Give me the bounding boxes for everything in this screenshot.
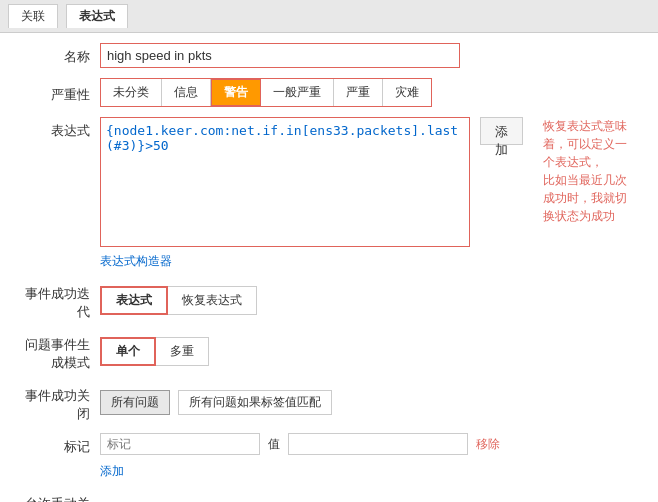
toggle-expression[interactable]: 表达式 <box>100 286 168 315</box>
event-success-label: 事件成功迭代 <box>20 280 100 321</box>
add-tag-link[interactable]: 添加 <box>100 464 124 478</box>
event-success-row: 事件成功迭代 表达式 恢复表达式 <box>20 280 638 321</box>
event-success-content: 表达式 恢复表达式 <box>100 286 638 315</box>
severity-high[interactable]: 严重 <box>334 79 383 106</box>
tag-label: 标记 <box>20 433 100 456</box>
name-input[interactable] <box>100 43 460 68</box>
toggle-recovery-expression[interactable]: 恢复表达式 <box>168 286 257 315</box>
severity-unclassified[interactable]: 未分类 <box>101 79 162 106</box>
severity-info[interactable]: 信息 <box>162 79 211 106</box>
tab-expression[interactable]: 表达式 <box>66 4 128 28</box>
event-close-row: 事件成功关闭 所有问题 所有问题如果标签值匹配 <box>20 382 638 423</box>
close-all-problems[interactable]: 所有问题 <box>100 390 170 415</box>
manual-close-row: 允许手动关闭 <box>20 490 638 502</box>
severity-disaster[interactable]: 灾难 <box>383 79 431 106</box>
tag-content: 值 移除 添加 <box>100 433 638 480</box>
severity-group: 未分类 信息 警告 一般严重 严重 灾难 <box>100 78 432 107</box>
name-content <box>100 43 638 68</box>
tag-input-row: 值 移除 <box>100 433 638 455</box>
name-label: 名称 <box>20 43 100 66</box>
problem-mode-row: 问题事件生成模式 单个 多重 <box>20 331 638 372</box>
expression-content: {node1.keer.com:net.if.in[ens33.packets]… <box>100 117 638 270</box>
manual-close-label: 允许手动关闭 <box>20 490 100 502</box>
close-problems-tag-match[interactable]: 所有问题如果标签值匹配 <box>178 390 332 415</box>
problem-mode-label: 问题事件生成模式 <box>20 331 100 372</box>
expression-tooltip: 恢复表达式意味着，可以定义一个表达式，比如当最近几次成功时，我就切换状态为成功 <box>543 117 638 225</box>
tab-associate[interactable]: 关联 <box>8 4 58 28</box>
event-close-content: 所有问题 所有问题如果标签值匹配 <box>100 390 638 415</box>
tag-value-separator: 值 <box>268 436 280 453</box>
severity-row: 严重性 未分类 信息 警告 一般严重 严重 灾难 <box>20 78 638 107</box>
expression-row: 表达式 {node1.keer.com:net.if.in[ens33.pack… <box>20 117 638 270</box>
expression-label: 表达式 <box>20 117 100 140</box>
event-close-label: 事件成功关闭 <box>20 382 100 423</box>
name-row: 名称 <box>20 43 638 68</box>
problem-mode-content: 单个 多重 <box>100 337 638 366</box>
expression-textarea[interactable]: {node1.keer.com:net.if.in[ens33.packets]… <box>100 117 470 247</box>
problem-mode-toggle-group: 单个 多重 <box>100 337 209 366</box>
remove-tag-link[interactable]: 移除 <box>476 436 500 453</box>
tag-name-input[interactable] <box>100 433 260 455</box>
mode-single[interactable]: 单个 <box>100 337 156 366</box>
severity-average[interactable]: 一般严重 <box>261 79 334 106</box>
add-expression-button[interactable]: 添加 <box>480 117 523 145</box>
top-bar: 关联 表达式 <box>0 0 658 33</box>
severity-content: 未分类 信息 警告 一般严重 严重 灾难 <box>100 78 638 107</box>
expression-area-wrap: {node1.keer.com:net.if.in[ens33.packets]… <box>100 117 638 270</box>
mode-multiple[interactable]: 多重 <box>156 337 209 366</box>
tag-value-input[interactable] <box>288 433 468 455</box>
tag-row: 标记 值 移除 添加 <box>20 433 638 480</box>
severity-label: 严重性 <box>20 81 100 104</box>
event-success-toggle-group: 表达式 恢复表达式 <box>100 286 257 315</box>
severity-warning[interactable]: 警告 <box>211 79 261 106</box>
close-options-group: 所有问题 所有问题如果标签值匹配 <box>100 390 332 415</box>
expression-builder-link[interactable]: 表达式构造器 <box>100 253 470 270</box>
form-container: 名称 严重性 未分类 信息 警告 一般严重 严重 灾难 表达式 {node1.k… <box>0 33 658 502</box>
